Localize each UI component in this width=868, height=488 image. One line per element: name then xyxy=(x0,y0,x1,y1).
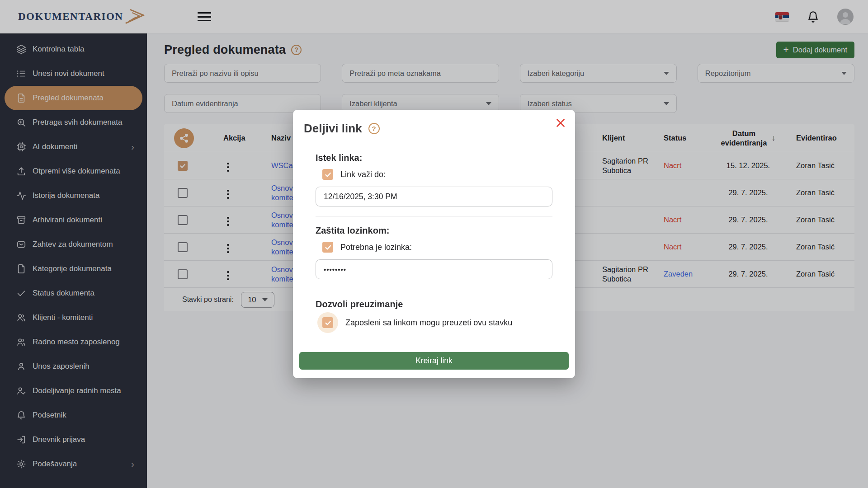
expiry-datetime-input[interactable]: 12/16/2025, 3:30 PM xyxy=(316,187,552,206)
password-checkbox-label: Potrebna je lozinka: xyxy=(340,243,412,252)
create-link-button[interactable]: Kreiraj link xyxy=(299,352,569,370)
divider xyxy=(316,216,552,216)
expiry-checkbox-label: Link važi do: xyxy=(340,170,386,179)
checkbox-focus-halo xyxy=(317,312,338,333)
share-link-modal: Deljivi link ? Istek linka: Link važi do… xyxy=(293,110,575,378)
section-heading-expiry: Istek linka: xyxy=(316,153,552,163)
password-required-checkbox[interactable] xyxy=(322,242,333,253)
section-heading-password: Zaštita lozinkom: xyxy=(316,225,552,236)
help-circle-icon[interactable]: ? xyxy=(368,123,380,134)
password-input[interactable]: •••••••• xyxy=(316,259,552,279)
section-heading-download: Dozvoli preuzimanje xyxy=(316,299,552,310)
divider xyxy=(316,289,552,289)
allow-download-label: Zaposleni sa linkom mogu preuzeti ovu st… xyxy=(345,318,512,328)
allow-download-checkbox[interactable] xyxy=(322,317,333,328)
expiry-checkbox[interactable] xyxy=(322,169,333,180)
modal-title: Deljivi link xyxy=(304,122,362,136)
close-icon[interactable] xyxy=(554,117,567,130)
